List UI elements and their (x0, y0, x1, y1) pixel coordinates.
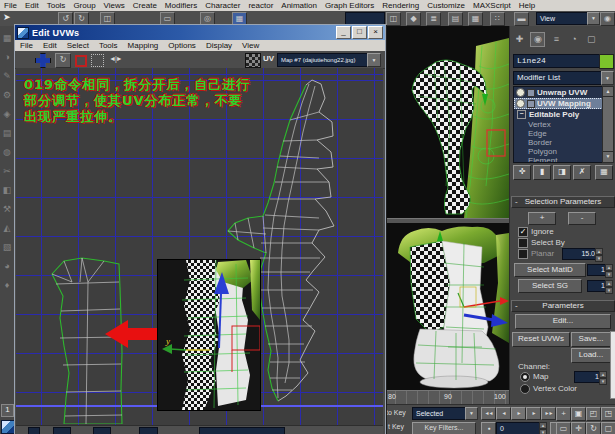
spinner-up-icon[interactable]: ▴ (605, 264, 613, 271)
spinner-up-icon[interactable]: ▴ (599, 371, 607, 378)
left-toolbar-icon-11[interactable]: ◭ (1, 222, 13, 235)
edit-uvws-button[interactable]: Edit... (515, 314, 611, 329)
uvw-menu-tools[interactable]: Tools (94, 41, 123, 50)
selection-filter-dropdown[interactable]: Selected (412, 407, 469, 420)
key-filters-button[interactable]: Key Filters... (412, 422, 476, 434)
map-channel-field[interactable]: 1 (574, 371, 602, 383)
auto-key-button[interactable]: to Key (386, 409, 406, 416)
stack-item-border[interactable]: Border (514, 138, 603, 147)
modifier-list-arrow-icon[interactable]: ▼ (601, 71, 614, 85)
uvw-bottom-button[interactable] (28, 427, 40, 434)
rotate-tool-icon[interactable]: ↻ (55, 53, 71, 68)
menu-item-edit[interactable]: Edit (21, 1, 43, 10)
current-frame-field[interactable]: 0 (496, 422, 543, 434)
render-setup-icon[interactable]: ▬ (514, 12, 529, 26)
play-button[interactable]: ► (511, 407, 526, 420)
left-toolbar-icon-1[interactable]: ▦ (1, 32, 13, 45)
pan-button[interactable]: ✛ (571, 422, 586, 434)
uvw-menu-mapping[interactable]: Mapping (123, 41, 164, 50)
modifier-enabled-bulb-icon[interactable] (516, 88, 525, 97)
select-object-cursor-icon[interactable]: ➤ (3, 12, 11, 22)
w-coordinate-field[interactable] (139, 427, 158, 434)
menu-item-maxscript[interactable]: MAXScript (469, 1, 515, 10)
menu-item-group[interactable]: Group (69, 1, 99, 10)
zoom-all-button[interactable]: ▣ (571, 407, 586, 421)
menu-item-help[interactable]: Help (515, 1, 539, 10)
uvw-menu-options[interactable]: Options (163, 41, 201, 50)
left-toolbar-icon-13[interactable]: ◕ (1, 260, 13, 273)
tab-display-icon[interactable]: ▢ (585, 33, 598, 46)
uvw-menu-display[interactable]: Display (201, 41, 237, 50)
arc-rotate-button[interactable]: ↻ (586, 422, 601, 434)
parameters-rollout-header[interactable]: - Parameters (511, 300, 615, 312)
menu-item-character[interactable]: Character (201, 1, 244, 10)
left-toolbar-icon-9[interactable]: ◧ (1, 184, 13, 197)
key-mode-toggle-icon[interactable]: ● (481, 422, 496, 434)
layer-manager-icon[interactable]: ≣ (426, 12, 441, 26)
zoom-button[interactable]: + (556, 407, 571, 421)
previous-frame-button[interactable]: ◄ (496, 407, 511, 420)
edit-uvws-titlebar[interactable]: Edit UVWs _ □ × (15, 25, 385, 40)
show-map-toggle-icon[interactable] (245, 53, 261, 68)
spinner-down-icon[interactable]: ▾ (605, 271, 613, 278)
uvw-menu-select[interactable]: Select (62, 41, 94, 50)
planar-angle-field[interactable]: 15.0 (562, 248, 598, 260)
set-key-button[interactable]: t Key (388, 423, 404, 430)
freeform-tool-icon[interactable] (91, 54, 104, 67)
spinner-up-icon[interactable]: ▴ (595, 248, 603, 255)
modifier-list-dropdown[interactable]: Modifier List (513, 71, 605, 85)
rollout-collapse-icon[interactable]: - (515, 301, 518, 311)
modifier-enabled-bulb-icon[interactable] (516, 99, 525, 108)
left-toolbar-icon-12[interactable]: ▧ (1, 241, 13, 254)
stack-scroll-down-icon[interactable]: ▼ (602, 151, 614, 163)
uvw-bottom-dropdown[interactable] (199, 427, 285, 434)
move-tool-icon[interactable] (35, 53, 51, 68)
shrink-selection-button[interactable]: - (568, 212, 596, 225)
left-toolbar-icon-14[interactable]: ♦ (1, 279, 13, 292)
zoom-extents-all-button[interactable]: ◳ (601, 407, 615, 421)
align-icon[interactable]: ◆ (406, 12, 421, 26)
viewport-top[interactable] (384, 26, 509, 218)
left-toolbar-icon-10[interactable]: ⚒ (1, 203, 13, 216)
panel-scrollbar[interactable] (610, 331, 615, 399)
object-color-swatch[interactable] (599, 54, 614, 69)
menu-item-modifiers[interactable]: Modifiers (161, 1, 201, 10)
schematic-view-icon[interactable]: ▦ (468, 12, 483, 26)
uv-shell-left[interactable] (52, 258, 122, 424)
remove-modifier-button[interactable]: ✗ (573, 165, 591, 180)
planar-angle-checkbox[interactable] (518, 249, 528, 259)
stack-item-uvw-mapping[interactable]: UVW Mapping (514, 98, 603, 109)
render-view-dropdown[interactable]: View (536, 12, 591, 25)
left-toolbar-icon-4[interactable]: ⚙ (1, 89, 13, 102)
uvw-menu-view[interactable]: View (237, 41, 264, 50)
tree-collapse-icon[interactable]: − (517, 110, 526, 119)
menu-item-create[interactable]: Create (129, 1, 161, 10)
tab-motion-icon[interactable]: ◔ (567, 33, 580, 46)
left-toolbar-icon-2[interactable]: ◑ (1, 51, 13, 64)
menu-item-tools[interactable]: Tools (43, 1, 70, 10)
select-by-element-checkbox[interactable] (518, 238, 528, 248)
timeline-ruler[interactable]: 80 90 100 (384, 390, 515, 405)
sg-spinner[interactable]: ▴ ▾ (605, 280, 613, 294)
select-sg-button[interactable]: Select SG (518, 279, 582, 293)
left-toolbar-icon-6[interactable]: ▤ (1, 127, 13, 140)
go-to-start-button[interactable]: ◄◄ (481, 407, 496, 420)
material-editor-icon[interactable]: ∷ (490, 12, 505, 26)
object-name-field[interactable]: Line24 (513, 54, 601, 68)
menu-item-animation[interactable]: Animation (277, 1, 321, 10)
spinner-up-icon[interactable]: ▴ (605, 280, 613, 287)
save-uvws-button[interactable]: Save... (571, 332, 611, 347)
taskbar-edit-uvws-icon[interactable] (1, 420, 15, 434)
map-channel-spinner[interactable]: ▴ ▾ (599, 371, 607, 385)
maximize-viewport-button[interactable]: ▢ (601, 422, 615, 434)
left-toolbar-icon-5[interactable]: ◈ (1, 108, 13, 121)
mirror-icon[interactable]: ◫ (386, 12, 401, 26)
left-toolbar-icon-8[interactable]: ✂ (1, 165, 13, 178)
scale-tool-icon[interactable] (75, 55, 87, 67)
ignore-backfacing-checkbox[interactable]: ✓ (518, 227, 528, 237)
frame-spinner[interactable]: ▴ ▾ (539, 422, 547, 433)
maximize-button[interactable]: □ (352, 26, 367, 39)
go-to-end-button[interactable]: ►► (541, 407, 556, 420)
stack-item-unwrap-uvw[interactable]: Unwrap UVW (514, 87, 603, 98)
selection-filter-arrow-icon[interactable]: ▼ (465, 407, 478, 420)
